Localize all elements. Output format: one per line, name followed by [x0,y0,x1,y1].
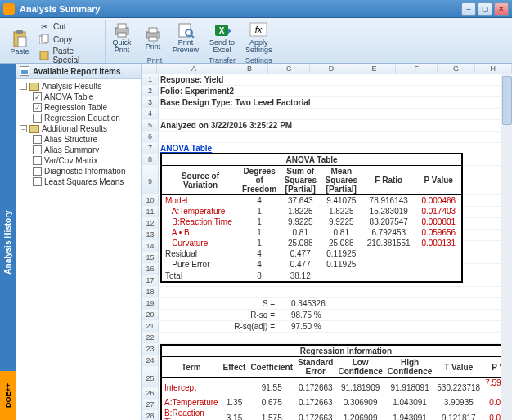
col-H[interactable]: H [475,64,512,74]
report-items-pane: Available Report Items –Analysis Results… [16,64,142,420]
reg-row[interactable]: B:Reaction Time3.151.5750.1726631.206909… [162,408,512,420]
checkbox-unchecked[interactable] [33,135,42,144]
row-19[interactable]: 19S = 0.345326 [142,298,512,310]
stat-s-value: 0.345326 [291,299,332,308]
checkbox-unchecked[interactable] [33,114,42,123]
reg-col-header: Coefficient [248,357,295,378]
row-21[interactable]: 21R-sq(adj) = 97.50 % [142,321,512,333]
row-col-corner[interactable] [142,64,157,74]
anova-col-header: Mean Squares [Partial] [321,166,362,195]
maximize-button[interactable]: ▢ [478,2,492,16]
reg-col-header: Term [162,357,221,378]
copy-icon [38,34,50,45]
checkbox-unchecked[interactable] [33,167,42,176]
svg-rect-2 [18,37,26,47]
collapse-icon[interactable]: – [20,83,27,90]
copy-button[interactable]: Copy [36,33,103,46]
print-button[interactable]: Print [138,24,168,52]
row-4[interactable]: 4 [142,109,512,120]
title-bar: Analysis Summary – ▢ ✕ [0,0,512,18]
anova-row[interactable]: Model437.6439.4107578.9161430.000466 [162,195,461,207]
col-D[interactable]: D [310,64,353,74]
anova-table-title: ANOVA Table [162,154,461,166]
collapse-icon[interactable]: – [20,125,27,132]
row-1[interactable]: 1Response: Yield [142,74,512,86]
row-22[interactable]: 22 [142,333,512,344]
col-G[interactable]: G [438,64,474,74]
row-5[interactable]: 5Analyzed on 3/22/2016 3:25:22 PM [142,120,512,132]
reg-col-header: High Confidence [385,357,434,378]
svg-rect-7 [118,24,126,29]
row-20[interactable]: 20R-sq = 98.75 % [142,310,512,321]
svg-text:X: X [218,26,224,35]
reg-row[interactable]: A:Temperature1.350.6750.1726630.3069091.… [162,397,512,408]
checkbox-unchecked[interactable] [33,145,42,154]
tree-group-additional-results[interactable]: –Additional Results [16,123,141,134]
tree-item-alias-structure[interactable]: Alias Structure [16,134,141,145]
ribbon-group-clipboard: Paste ✂Cut Copy Paste Special Clipboard [3,20,106,63]
anova-col-header: P Value [415,166,461,195]
tree-item-least-squares-means[interactable]: Least Squares Means [16,176,141,187]
svg-line-14 [191,35,194,38]
checkbox-unchecked[interactable] [33,177,42,186]
row-6[interactable]: 6 [142,132,512,143]
folder-icon [29,125,39,133]
col-F[interactable]: F [396,64,438,74]
minimize-button[interactable]: – [461,2,476,16]
column-headers: A B C D E F G H [142,64,512,74]
apply-settings-button[interactable]: fxApply Settings [242,20,276,56]
row-3[interactable]: 3Base Design Type: Two Level Factorial [142,97,512,109]
brand-badge: DOE++ [0,371,16,420]
anova-row[interactable]: B:Reaction Time19.92259.922583.2075470.0… [162,217,461,227]
checkbox-checked[interactable]: ✓ [33,92,42,101]
tree-item-regression-equation[interactable]: Regression Equation [16,113,141,123]
tree-item-varcov-matrix[interactable]: Var/Cov Matrix [16,155,141,166]
tree-item-anova-table[interactable]: ✓ANOVA Table [16,92,141,102]
print-preview-button[interactable]: Print Preview [169,20,202,56]
reg-col-header: T Value [434,357,483,378]
preview-label: Print Preview [173,39,199,54]
reg-col-header: Low Confidence [335,357,384,378]
report-items-header: Available Report Items [16,64,141,79]
col-B[interactable]: B [231,64,268,74]
col-C[interactable]: C [268,64,310,74]
analysis-history-tab[interactable]: Analysis History [0,64,16,420]
cut-button[interactable]: ✂Cut [36,20,103,33]
row-18[interactable]: 18 [142,287,512,298]
svg-text:fx: fx [255,25,263,34]
tree-group-analysis-results[interactable]: –Analysis Results [16,81,141,92]
anova-table-link[interactable]: ANOVA Table [160,144,212,153]
stat-rsq-label: R-sq = [160,311,291,319]
paste-special-button[interactable]: Paste Special [36,46,103,65]
col-A[interactable]: A [157,64,231,74]
anova-row[interactable]: Curvature125.08825.088210.3815510.000131 [162,238,461,248]
svg-rect-8 [118,33,126,37]
paste-button[interactable]: Paste [5,29,34,57]
checkbox-checked[interactable]: ✓ [33,103,42,112]
tree-item-diagnostic-info[interactable]: Diagnostic Information [16,166,141,176]
col-E[interactable]: E [353,64,397,74]
vertical-scrollbar[interactable] [501,74,512,420]
ribbon-group-print: Quick Print Print Print Preview Print [106,20,204,63]
scrollbar-thumb[interactable] [502,76,512,125]
printer-icon [112,21,132,39]
sheet-rows[interactable]: 1Response: Yield 2Folio: Experiment2 3Ba… [142,74,512,420]
tree-item-alias-summary[interactable]: Alias Summary [16,145,141,155]
row-2[interactable]: 2Folio: Experiment2 [142,86,512,97]
paste-icon [10,30,29,48]
tree-item-regression-table[interactable]: ✓Regression Table [16,102,141,113]
anova-row[interactable]: Total838.12 [162,270,461,282]
close-button[interactable]: ✕ [494,2,509,16]
quick-print-button[interactable]: Quick Print [107,20,137,56]
anova-row[interactable]: A:Temperature11.82251.822515.2830190.017… [162,206,461,217]
reg-row[interactable]: Intercept91.550.17266391.18190991.918091… [162,378,512,398]
anova-row[interactable]: A • B10.810.816.7924530.059656 [162,227,461,238]
svg-rect-4 [42,34,48,42]
anova-row[interactable]: Pure Error40.4770.11925 [162,259,461,270]
paste-label: Paste [10,48,29,56]
anova-row[interactable]: Residual40.4770.11925 [162,248,461,259]
checkbox-unchecked[interactable] [33,156,42,165]
excel-icon: X [213,21,232,39]
svg-rect-5 [40,51,48,60]
send-to-excel-button[interactable]: XSend to Excel [206,20,238,56]
